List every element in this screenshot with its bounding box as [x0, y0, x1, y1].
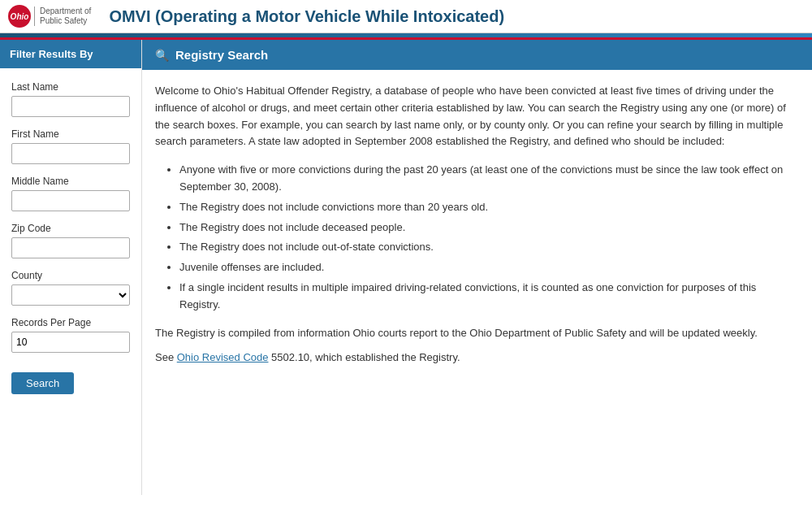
- middle-name-label: Middle Name: [11, 176, 130, 187]
- content-header-title: Registry Search: [175, 48, 268, 62]
- ohio-logo: Ohio Department of Public Safety: [8, 5, 91, 28]
- list-item: The Registry does not include out-of-sta…: [179, 239, 799, 256]
- list-item: Anyone with five or more convictions dur…: [179, 162, 799, 196]
- list-item: If a single incident results in multiple…: [179, 280, 799, 314]
- main-content: 🔍 Registry Search Welcome to Ohio's Habi…: [142, 40, 812, 495]
- list-item: The Registry does not include conviction…: [179, 199, 799, 216]
- last-name-group: Last Name: [11, 81, 130, 117]
- accent-bar: [0, 33, 812, 40]
- content-body: Welcome to Ohio's Habitual Offender Regi…: [142, 83, 812, 367]
- main-layout: Filter Results By Last Name First Name M…: [0, 40, 812, 495]
- bullet-list: Anyone with five or more convictions dur…: [155, 162, 799, 313]
- middle-name-input[interactable]: [11, 190, 130, 211]
- ohio-logo-block: Ohio Department of Public Safety: [8, 5, 91, 28]
- intro-text: Welcome to Ohio's Habitual Offender Regi…: [155, 83, 799, 150]
- list-item: Juvenile offenses are included.: [179, 259, 799, 276]
- county-label: County: [11, 270, 130, 281]
- sidebar: Filter Results By Last Name First Name M…: [0, 40, 142, 495]
- records-per-page-input[interactable]: [11, 332, 130, 353]
- ohio-revised-code-link[interactable]: Ohio Revised Code: [177, 351, 269, 363]
- county-group: County Adams Allen Ashland Cuyahoga Fran…: [11, 270, 130, 306]
- zip-code-input[interactable]: [11, 237, 130, 258]
- dept-text: Department of Public Safety: [34, 7, 91, 26]
- page-title: OMVI (Operating a Motor Vehicle While In…: [109, 7, 504, 26]
- middle-name-group: Middle Name: [11, 176, 130, 211]
- last-name-label: Last Name: [11, 81, 130, 93]
- records-per-page-label: Records Per Page: [11, 317, 130, 328]
- dept-line2: Public Safety: [40, 16, 91, 26]
- zip-code-group: Zip Code: [11, 223, 130, 258]
- ohio-label: Ohio: [11, 12, 29, 21]
- first-name-group: First Name: [11, 128, 130, 164]
- registry-icon: 🔍: [155, 49, 169, 62]
- footer2-pre: See: [155, 351, 177, 363]
- ohio-circle: Ohio: [8, 5, 31, 28]
- search-button[interactable]: Search: [11, 372, 74, 394]
- page-header: Ohio Department of Public Safety OMVI (O…: [0, 0, 812, 33]
- footer-text-2: See Ohio Revised Code 5502.10, which est…: [155, 350, 799, 367]
- list-item: The Registry does not include deceased p…: [179, 219, 799, 237]
- content-header: 🔍 Registry Search: [142, 40, 812, 70]
- last-name-input[interactable]: [11, 96, 130, 117]
- dept-line1: Department of: [40, 7, 91, 16]
- first-name-input[interactable]: [11, 143, 130, 164]
- county-select[interactable]: Adams Allen Ashland Cuyahoga Franklin Ha…: [11, 284, 130, 306]
- sidebar-header: Filter Results By: [0, 40, 141, 68]
- zip-code-label: Zip Code: [11, 223, 130, 234]
- footer2-post: 5502.10, which established the Registry.: [268, 351, 460, 363]
- footer-text-1: The Registry is compiled from informatio…: [155, 325, 799, 342]
- sidebar-content: Last Name First Name Middle Name Zip Cod…: [0, 81, 141, 394]
- records-per-page-group: Records Per Page: [11, 317, 130, 353]
- first-name-label: First Name: [11, 128, 130, 140]
